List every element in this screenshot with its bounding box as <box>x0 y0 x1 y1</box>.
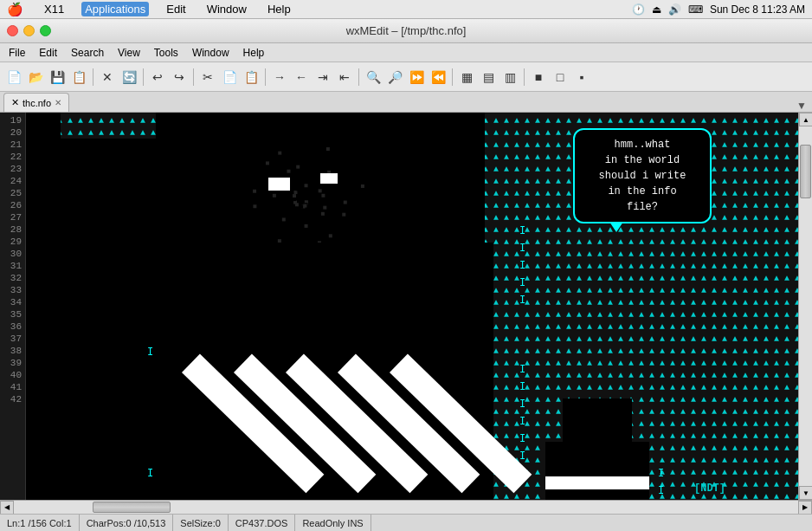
menubar-x11[interactable]: X11 <box>41 2 68 16</box>
line-num-20: 20 <box>0 126 25 139</box>
line-num-22: 22 <box>0 151 25 163</box>
nfo-content-area[interactable]: hmm..what in the world should i write in… <box>26 113 798 500</box>
hex2-button[interactable]: □ <box>550 67 570 87</box>
horizontal-scrollbar[interactable]: ◀ ▶ <box>0 500 812 514</box>
bubble-line4: in the info <box>585 184 699 199</box>
line-num-23: 23 <box>0 163 25 175</box>
view2-button[interactable]: ▤ <box>478 67 499 87</box>
menubar-window[interactable]: Window <box>203 2 250 16</box>
menu-tools[interactable]: Tools <box>149 45 184 61</box>
tab-bar: ✕ thc.nfo ✕ ▼ <box>0 92 812 113</box>
line-num-42: 42 <box>0 393 25 405</box>
close-doc-button[interactable]: ✕ <box>97 67 118 87</box>
unindent2-button[interactable]: ⇤ <box>334 67 355 87</box>
menu-search[interactable]: Search <box>66 45 109 61</box>
main-toolbar: 📄 📂 💾 📋 ✕ 🔄 ↩ ↪ ✂ 📄 📋 → ← ⇥ ⇤ 🔍 🔎 ⏩ ⏪ ▦ … <box>0 62 812 92</box>
line-num-19: 19 <box>0 114 25 126</box>
view3-button[interactable]: ▥ <box>499 67 520 87</box>
content-wrapper: hmm..what in the world should i write in… <box>26 113 812 500</box>
system-menubar: 🍎 X11 Applications Edit Window Help 🕐 ⏏ … <box>0 0 812 19</box>
line-num-25: 25 <box>0 187 25 199</box>
redo-button[interactable]: ↪ <box>169 67 190 87</box>
speech-bubble: hmm..what in the world should i write in… <box>573 128 712 223</box>
toolbar-separator-7 <box>524 68 525 86</box>
hex3-button[interactable]: ▪ <box>571 67 592 87</box>
keyboard-icon: ⌨ <box>688 3 703 16</box>
indent-button[interactable]: → <box>269 67 290 87</box>
hscroll-thumb[interactable] <box>93 502 171 513</box>
reload-button[interactable]: 🔄 <box>119 67 139 87</box>
bubble-line1: hmm..what <box>585 137 699 152</box>
tab-label: thc.nfo <box>23 98 51 108</box>
view1-button[interactable]: ▦ <box>456 67 477 87</box>
status-encoding: CP437.DOS <box>229 515 296 531</box>
minimize-button[interactable] <box>23 25 35 36</box>
find-prev-button[interactable]: ⏪ <box>428 67 448 87</box>
bubble-line2: in the world <box>585 152 699 168</box>
find-next-button[interactable]: ⏩ <box>406 67 427 87</box>
line-num-37: 37 <box>0 333 25 345</box>
line-numbers-panel: 19 20 21 22 23 24 25 26 27 28 29 30 31 3… <box>0 113 26 500</box>
line-num-33: 33 <box>0 284 25 296</box>
close-button[interactable] <box>7 25 18 36</box>
status-selsize: SelSize:0 <box>173 515 228 531</box>
open-button[interactable]: 📂 <box>25 67 46 87</box>
editor-body: 19 20 21 22 23 24 25 26 27 28 29 30 31 3… <box>0 113 812 500</box>
paste-button[interactable]: 📋 <box>241 67 261 87</box>
scroll-down-button[interactable]: ▼ <box>799 486 812 500</box>
hscroll-track[interactable] <box>14 501 798 514</box>
line-num-29: 29 <box>0 236 25 248</box>
bubble-line5: file? <box>585 199 699 215</box>
cut-button[interactable]: ✂ <box>197 67 218 87</box>
line-num-26: 26 <box>0 199 25 211</box>
line-num-35: 35 <box>0 308 25 321</box>
menubar-right-section: 🕐 ⏏ 🔊 ⌨ Sun Dec 8 11:23 AM <box>632 3 805 16</box>
line-num-40: 40 <box>0 369 25 381</box>
app-menubar: File Edit Search View Tools Window Help <box>0 43 812 62</box>
save-button[interactable]: 💾 <box>47 67 68 87</box>
vertical-scrollbar[interactable]: ▲ ▼ <box>798 113 812 500</box>
menubar-edit[interactable]: Edit <box>163 2 189 16</box>
line-num-34: 34 <box>0 296 25 308</box>
line-num-31: 31 <box>0 260 25 272</box>
maximize-button[interactable] <box>40 25 51 36</box>
tab-close-button[interactable]: ✕ <box>55 98 61 107</box>
line-num-27: 27 <box>0 211 25 223</box>
save-as-button[interactable]: 📋 <box>68 67 89 87</box>
status-charpos: CharPos:0 /10,513 <box>80 515 174 531</box>
find-button[interactable]: 🔍 <box>363 67 383 87</box>
toolbar-separator-1 <box>93 68 93 86</box>
apple-menu[interactable]: 🍎 <box>7 2 23 17</box>
eject-icon: ⏏ <box>652 3 661 16</box>
window-controls <box>7 25 51 36</box>
status-mode: ReadOnly INS <box>295 515 371 531</box>
menubar-help[interactable]: Help <box>264 2 294 16</box>
replace-button[interactable]: 🔎 <box>384 67 405 87</box>
hex1-button[interactable]: ■ <box>528 67 549 87</box>
menu-help[interactable]: Help <box>238 45 270 61</box>
scroll-thumb[interactable] <box>800 145 811 198</box>
new-button[interactable]: 📄 <box>3 67 24 87</box>
line-num-21: 21 <box>0 139 25 151</box>
line-num-30: 30 <box>0 248 25 260</box>
menu-file[interactable]: File <box>3 45 30 61</box>
indent2-button[interactable]: ⇥ <box>313 67 333 87</box>
scroll-right-button[interactable]: ▶ <box>798 501 812 515</box>
menu-edit[interactable]: Edit <box>34 45 62 61</box>
status-position: Ln:1 /156 Col:1 <box>0 515 80 531</box>
toolbar-separator-5 <box>358 68 359 86</box>
copy-button[interactable]: 📄 <box>219 67 240 87</box>
toolbar-separator-4 <box>265 68 266 86</box>
scroll-track[interactable] <box>799 126 812 486</box>
scroll-up-button[interactable]: ▲ <box>799 113 812 126</box>
menu-view[interactable]: View <box>113 45 145 61</box>
unindent-button[interactable]: ← <box>291 67 312 87</box>
menu-window[interactable]: Window <box>187 45 235 61</box>
undo-button[interactable]: ↩ <box>147 67 168 87</box>
line-num-28: 28 <box>0 223 25 236</box>
tab-thc-nfo[interactable]: ✕ thc.nfo ✕ <box>3 93 69 112</box>
menubar-applications[interactable]: Applications <box>81 2 149 16</box>
volume-icon: 🔊 <box>668 3 681 16</box>
tab-dropdown-button[interactable]: ▼ <box>796 100 807 112</box>
scroll-left-button[interactable]: ◀ <box>0 501 14 515</box>
